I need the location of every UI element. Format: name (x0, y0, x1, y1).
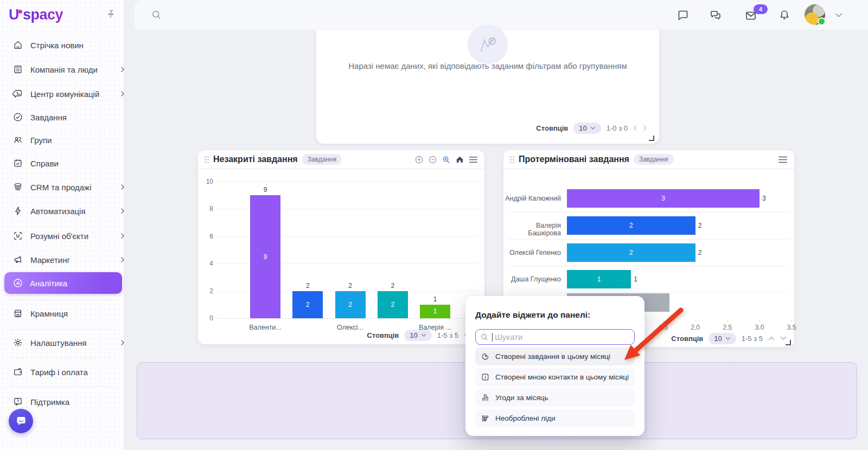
pagination: Стовпців 10 1-5 з 5 (367, 328, 478, 342)
chevron-right-icon (119, 339, 126, 346)
bar-value-label: 2 (378, 282, 408, 290)
widget-option-created-contacts[interactable]: Створені мною контакти в цьому місяці (475, 368, 635, 386)
gridline (216, 318, 479, 319)
bell-icon[interactable] (778, 9, 791, 22)
sidebar-item-store[interactable]: Крамниця (0, 303, 136, 324)
sidebar-item-label: Автоматизація (30, 207, 86, 216)
sidebar-item-automation[interactable]: Автоматизація (0, 200, 136, 222)
widget-search-box[interactable] (475, 329, 635, 345)
sidebar-item-label: Аналітика (30, 279, 67, 288)
uspacy-logo[interactable]: Uspacy (9, 7, 63, 23)
x-axis-tickmark (695, 319, 696, 322)
page-size-value: 10 (714, 335, 722, 343)
zoom-select-icon[interactable] (442, 155, 451, 164)
sidebar-item-billing[interactable]: Тариф і оплата (0, 361, 136, 383)
gridline (216, 182, 479, 182)
support-icon: ? (12, 396, 23, 407)
bar-value-label: 2 (335, 282, 366, 290)
widget-option-label: Угоди за місяць (495, 394, 548, 402)
next-page-icon[interactable] (643, 125, 647, 131)
comm-center-icon (12, 88, 23, 99)
chevron-right-icon (119, 256, 126, 263)
no-data-icon (468, 24, 508, 65)
sidebar-item-groups[interactable]: Групи (0, 129, 136, 151)
smart-objects-icon (12, 230, 23, 241)
red-pointer-arrow (616, 301, 689, 368)
sidebar-item-label: Тариф і оплата (30, 368, 88, 377)
sidebar-item-crm[interactable]: CRM та продажі (0, 176, 136, 198)
automation-icon (12, 205, 23, 216)
sidebar-item-label: Підтримка (30, 397, 69, 407)
sidebar-item-feed[interactable]: Стрічка новин (0, 34, 136, 56)
sidebar-item-marketing[interactable]: Маркетинг (0, 249, 136, 271)
bar-chart-plot: 024681099Валенти...2222Олексі...2211Вале… (198, 172, 484, 335)
sidebar-item-tasks[interactable]: Завдання (0, 106, 136, 128)
zoom-in-icon[interactable] (414, 155, 424, 164)
page-size-select[interactable]: 10 (573, 123, 601, 134)
drag-handle-icon[interactable] (205, 156, 209, 163)
chevron-right-icon (119, 233, 126, 239)
rows-label: Стовпців (367, 331, 399, 339)
bar-value-label-inside: 2 (567, 249, 695, 256)
prev-page-icon[interactable] (768, 336, 775, 340)
pin-icon[interactable] (105, 9, 116, 20)
widget-menu-icon[interactable] (469, 156, 478, 164)
app-root: Uspacy Стрічка новинКомпанія та людиЦент… (0, 0, 868, 450)
groups-icon (12, 134, 23, 145)
resize-handle[interactable] (786, 340, 791, 345)
sidebar-item-label: Крамниця (30, 309, 68, 318)
group-chat-icon[interactable] (709, 9, 722, 22)
company-icon (12, 64, 23, 75)
bar-value-label-inside: 3 (567, 195, 760, 202)
home-reset-icon[interactable] (455, 155, 464, 164)
chevron-right-icon (119, 66, 126, 73)
range-label: 1-0 з 0 (607, 124, 628, 132)
chevron-right-icon (119, 91, 126, 97)
widget-option-unprocessed-leads[interactable]: Необроблені ліди (475, 409, 635, 427)
sidebar-item-label: Групи (30, 136, 52, 145)
widget-tag: Завдання (302, 154, 342, 165)
resize-handle[interactable] (649, 136, 654, 141)
prev-page-icon[interactable] (633, 125, 637, 131)
sidebar-item-company[interactable]: Компанія та люди (0, 59, 136, 80)
sidebar-item-settings[interactable]: Налаштування (0, 332, 136, 353)
sidebar-item-smart-objects[interactable]: Розумні об'єкти (0, 225, 136, 247)
x-axis-tick-label: 3.5 (782, 324, 801, 331)
zoom-out-icon[interactable] (428, 155, 437, 164)
widget-option-created-tasks[interactable]: Створені завдання в цьому місяці (475, 348, 635, 365)
y-axis-tick-label: 0 (201, 314, 213, 322)
category-label: Валерія Башкірова (503, 222, 561, 237)
crm-icon (12, 182, 23, 192)
page-size-select[interactable]: 10 (404, 330, 431, 341)
widget-option-label: Необроблені ліди (495, 414, 556, 422)
sidebar-item-comm-center[interactable]: Центр комунікацій (0, 83, 136, 105)
bar-value-label: 1 (420, 295, 450, 303)
widget-option-label: Створені завдання в цьому місяці (495, 352, 610, 361)
page-size-select[interactable]: 10 (709, 333, 736, 344)
comment-icon[interactable] (676, 9, 690, 22)
widget-menu-icon[interactable] (778, 156, 788, 164)
bar-value-label: 3 (762, 195, 766, 202)
widget-header: Незакриті завдання Завдання (198, 150, 484, 169)
widget-option-deals-month[interactable]: Угоди за місяць (475, 389, 635, 407)
profile-chevron-down-icon[interactable] (834, 12, 843, 18)
sidebar-item-analytics[interactable]: Аналітика (4, 272, 122, 294)
widget-tag: Завдання (634, 154, 674, 165)
page-size-value: 10 (410, 331, 417, 339)
chevron-right-icon (119, 208, 126, 214)
bar-value-label-inside: 2 (378, 301, 408, 308)
widget-title: Незакриті завдання (213, 155, 298, 164)
search-icon[interactable] (151, 9, 162, 21)
sidebar-item-label: Налаштування (30, 338, 87, 348)
pie-chart-icon (481, 352, 490, 361)
sidebar-item-label: Компанія та люди (30, 65, 98, 74)
support-chat-launcher[interactable] (9, 409, 33, 433)
drag-handle-icon[interactable] (510, 156, 514, 163)
widget-search-input[interactable] (494, 332, 630, 342)
sidebar-item-calendar[interactable]: Справи (0, 152, 136, 174)
avatar[interactable] (805, 4, 825, 25)
svg-text:?: ? (17, 398, 20, 403)
tasks-icon (12, 112, 23, 123)
category-label: Андрій Калюжний (503, 195, 561, 202)
rows-label: Стовпців (536, 124, 568, 132)
